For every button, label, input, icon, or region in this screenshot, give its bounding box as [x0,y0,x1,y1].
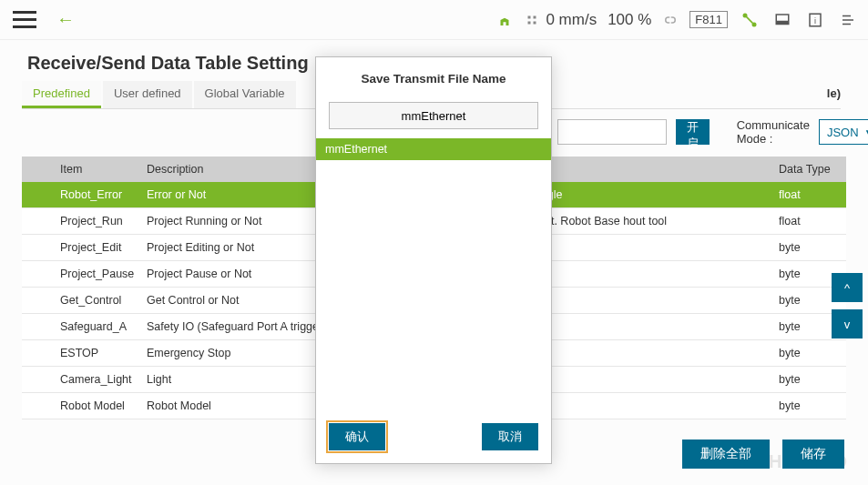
name-input[interactable] [557,119,667,145]
cancel-button[interactable]: 取消 [482,423,538,450]
percent-readout: 100 % [608,11,651,29]
save-filename-dialog: Save Transmit File Name mmEthernet 确认 取消 [315,56,552,464]
back-arrow-icon[interactable]: ← [51,7,80,32]
speed-readout: 0 mm/s [524,11,597,29]
svg-rect-3 [776,20,789,24]
hamburger-menu-icon[interactable] [9,7,40,32]
filename-input[interactable] [329,102,538,129]
delete-all-button[interactable]: 删除全部 [682,440,770,469]
mode-select[interactable]: JSON [819,119,868,145]
svg-text:i: i [814,15,816,25]
open-button[interactable]: 开启 [676,119,710,145]
network-icon[interactable] [739,10,761,30]
info-icon[interactable]: i [804,10,826,30]
left-col-item: Item [55,157,141,182]
mode-label: Communicate Mode : [737,118,810,146]
tab-right-partial-label: le) [827,81,841,108]
tab-predefined[interactable]: Predefined [22,81,101,108]
move-down-button[interactable]: v [832,309,863,338]
right-col-type: Data Type [773,157,846,182]
dialog-title: Save Transmit File Name [316,57,551,98]
move-up-button[interactable]: ^ [832,273,863,302]
tab-global-variable[interactable]: Global Variable [194,81,296,108]
link-icon [662,12,679,28]
tab-user-defined[interactable]: User defined [103,81,192,108]
list-icon[interactable] [837,10,859,30]
fcode-badge: F811 [689,11,728,28]
save-button[interactable]: 储存 [782,440,844,469]
confirm-button[interactable]: 确认 [329,423,385,450]
top-bar: ← 0 mm/s 100 % F811 i [0,0,868,40]
panel-icon[interactable] [771,10,793,30]
filename-list-item[interactable]: mmEthernet [316,138,551,160]
robot-status-icon [496,12,513,28]
